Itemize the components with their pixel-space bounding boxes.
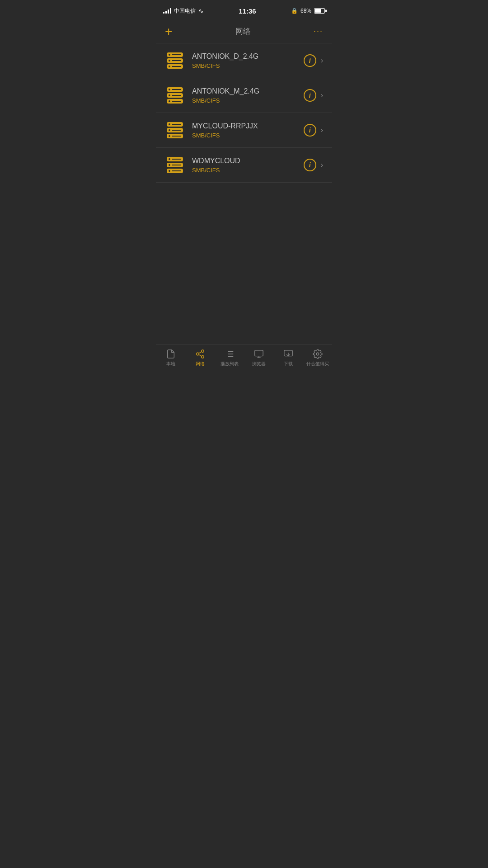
- chevron-right-icon: ›: [321, 57, 323, 65]
- wifi-icon: ∿: [198, 7, 204, 14]
- network-actions: i ›: [304, 124, 323, 137]
- info-button[interactable]: i: [304, 159, 316, 171]
- network-info: MYCLOUD-RRPJJX SMB/CIFS: [192, 122, 304, 139]
- network-type: SMB/CIFS: [192, 167, 304, 174]
- info-button[interactable]: i: [304, 54, 316, 67]
- tab-playlist-label: 播放列表: [221, 361, 239, 367]
- chevron-right-icon: ›: [321, 161, 323, 169]
- server-icon: [165, 120, 185, 140]
- tab-playlist[interactable]: 播放列表: [215, 349, 244, 367]
- header: + 网络 ···: [156, 20, 332, 43]
- network-name: ANTONIOK_D_2.4G: [192, 52, 304, 61]
- file-icon: [166, 349, 176, 359]
- network-list: ANTONIOK_D_2.4G SMB/CIFS i ›: [156, 43, 332, 183]
- svg-point-1: [196, 353, 199, 355]
- carrier-label: 中国电信: [174, 7, 196, 15]
- server-icon: [165, 85, 185, 105]
- status-time: 11:36: [239, 7, 256, 15]
- tab-download[interactable]: 下载: [273, 349, 303, 367]
- battery-icon: [314, 8, 325, 14]
- network-name: MYCLOUD-RRPJJX: [192, 122, 304, 130]
- network-item[interactable]: MYCLOUD-RRPJJX SMB/CIFS i ›: [156, 113, 332, 148]
- network-type: SMB/CIFS: [192, 132, 304, 139]
- svg-point-2: [201, 356, 204, 359]
- tab-bar: 本地 网络 播放列表 浏览器: [156, 344, 332, 382]
- network-type: SMB/CIFS: [192, 97, 304, 104]
- tab-local[interactable]: 本地: [156, 349, 185, 367]
- network-info: ANTONIOK_D_2.4G SMB/CIFS: [192, 52, 304, 69]
- network-actions: i ›: [304, 159, 323, 171]
- status-left: 中国电信 ∿: [163, 7, 204, 15]
- add-button[interactable]: +: [165, 25, 172, 38]
- network-name: WDMYCLOUD: [192, 157, 304, 165]
- network-actions: i ›: [304, 54, 323, 67]
- battery-percent: 68%: [300, 8, 311, 14]
- info-button[interactable]: i: [304, 124, 316, 137]
- svg-point-0: [201, 350, 204, 353]
- svg-line-4: [198, 352, 201, 354]
- network-item[interactable]: ANTONIOK_M_2.4G SMB/CIFS i ›: [156, 78, 332, 113]
- tab-browser-label: 浏览器: [252, 361, 266, 367]
- chevron-right-icon: ›: [321, 126, 323, 134]
- svg-rect-11: [254, 350, 263, 356]
- signal-bars-icon: [163, 8, 171, 14]
- page-title: 网络: [235, 26, 251, 37]
- browser-icon: [254, 349, 264, 359]
- network-item[interactable]: WDMYCLOUD SMB/CIFS i ›: [156, 148, 332, 183]
- lock-icon: 🔒: [291, 8, 298, 14]
- status-right: 🔒 68%: [291, 8, 325, 14]
- server-icon: [165, 51, 185, 71]
- network-name: ANTONIOK_M_2.4G: [192, 87, 304, 95]
- gear-icon: [313, 349, 323, 359]
- tab-browser[interactable]: 浏览器: [244, 349, 273, 367]
- network-info: ANTONIOK_M_2.4G SMB/CIFS: [192, 87, 304, 104]
- network-actions: i ›: [304, 89, 323, 102]
- svg-line-3: [198, 354, 201, 356]
- more-button[interactable]: ···: [314, 27, 323, 36]
- share-icon: [195, 349, 205, 359]
- tab-network-label: 网络: [196, 361, 205, 367]
- download-icon: [283, 349, 293, 359]
- server-icon: [165, 155, 185, 175]
- network-info: WDMYCLOUD SMB/CIFS: [192, 157, 304, 174]
- tab-settings[interactable]: 什么值得买: [303, 349, 332, 367]
- playlist-icon: [225, 349, 235, 359]
- tab-settings-label: 什么值得买: [306, 361, 329, 367]
- chevron-right-icon: ›: [321, 91, 323, 99]
- status-bar: 中国电信 ∿ 11:36 🔒 68%: [156, 0, 332, 20]
- network-item[interactable]: ANTONIOK_D_2.4G SMB/CIFS i ›: [156, 43, 332, 78]
- network-type: SMB/CIFS: [192, 62, 304, 69]
- tab-network[interactable]: 网络: [185, 349, 215, 367]
- tab-download-label: 下载: [284, 361, 293, 367]
- info-button[interactable]: i: [304, 89, 316, 102]
- svg-point-16: [316, 353, 319, 355]
- tab-local-label: 本地: [166, 361, 175, 367]
